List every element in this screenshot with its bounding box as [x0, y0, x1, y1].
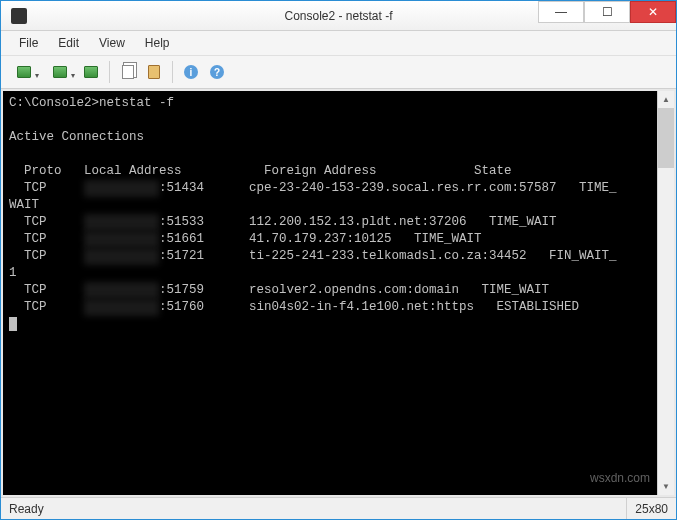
monitor-icon [84, 66, 98, 78]
statusbar: Ready 25x80 [1, 497, 676, 519]
monitor-icon [17, 66, 31, 78]
titlebar: Console2 - netstat -f — ☐ ✕ [1, 1, 676, 31]
window-title: Console2 - netstat -f [284, 9, 392, 23]
tab-dropdown-button[interactable] [43, 60, 77, 84]
menu-file[interactable]: File [9, 34, 48, 52]
menu-view[interactable]: View [89, 34, 135, 52]
status-dimensions: 25x80 [626, 498, 668, 519]
status-text: Ready [9, 502, 626, 516]
menu-edit[interactable]: Edit [48, 34, 89, 52]
help-button[interactable]: ? [205, 60, 229, 84]
terminal-container: C:\Console2>netstat -f Active Connection… [1, 89, 676, 497]
monitor-icon [53, 66, 67, 78]
vertical-scrollbar[interactable]: ▲ ▼ [657, 91, 674, 495]
window-controls: — ☐ ✕ [538, 1, 676, 23]
paste-button[interactable] [142, 60, 166, 84]
toolbar-separator [109, 61, 110, 83]
scroll-thumb[interactable] [658, 108, 674, 168]
paste-icon [148, 65, 160, 79]
scroll-down-arrow[interactable]: ▼ [658, 478, 674, 495]
maximize-button[interactable]: ☐ [584, 1, 630, 23]
new-tab-button[interactable] [7, 60, 41, 84]
close-button[interactable]: ✕ [630, 1, 676, 23]
menubar: File Edit View Help [1, 31, 676, 55]
info-icon: i [184, 65, 198, 79]
terminal-output[interactable]: C:\Console2>netstat -f Active Connection… [3, 91, 674, 495]
menu-help[interactable]: Help [135, 34, 180, 52]
info-button[interactable]: i [179, 60, 203, 84]
toolbar-separator [172, 61, 173, 83]
tab-button[interactable] [79, 60, 103, 84]
copy-button[interactable] [116, 60, 140, 84]
minimize-button[interactable]: — [538, 1, 584, 23]
toolbar: i ? [1, 55, 676, 89]
copy-icon [122, 65, 134, 79]
help-icon: ? [210, 65, 224, 79]
app-icon [11, 8, 27, 24]
scroll-up-arrow[interactable]: ▲ [658, 91, 674, 108]
